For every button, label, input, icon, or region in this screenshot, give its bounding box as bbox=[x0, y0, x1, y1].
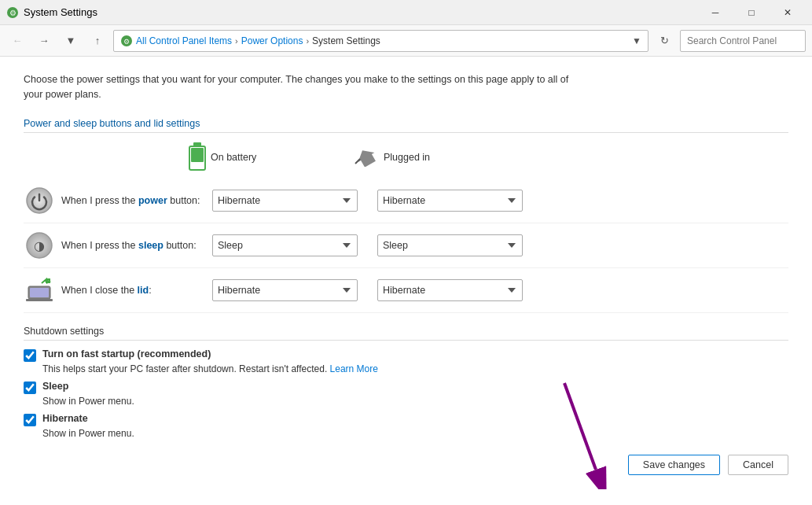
sleep-battery-dropdown[interactable]: Do nothing Sleep Hibernate Shut down Tur… bbox=[212, 234, 358, 256]
path-item-2: Power Options bbox=[241, 35, 303, 46]
lid-plugged-dropdown-wrapper: Do nothing Sleep Hibernate Shut down Tur… bbox=[377, 279, 535, 301]
plugged-in-label: Plugged in bbox=[384, 152, 430, 163]
sleep-shutdown-label: Sleep bbox=[42, 381, 68, 392]
sleep-button-row: ◑ When I press the sleep button: Do noth… bbox=[24, 223, 788, 268]
sleep-checkbox-row: Sleep Show in Power menu. bbox=[24, 381, 788, 407]
battery-icon bbox=[189, 142, 206, 172]
path-item-3: System Settings bbox=[312, 35, 380, 46]
svg-rect-14 bbox=[26, 299, 53, 301]
on-battery-header: On battery bbox=[189, 142, 346, 172]
buttons-row: Save changes Cancel bbox=[24, 447, 788, 483]
sleep-button-label: When I press the sleep button: bbox=[55, 240, 212, 251]
svg-marker-7 bbox=[355, 148, 379, 167]
power-button-row: When I press the power button: Do nothin… bbox=[24, 179, 788, 223]
lid-plugged-dropdown[interactable]: Do nothing Sleep Hibernate Shut down Tur… bbox=[377, 279, 523, 301]
lid-battery-dropdown-wrapper: Do nothing Sleep Hibernate Shut down Tur… bbox=[212, 279, 369, 301]
window-title: System Settings bbox=[24, 6, 97, 18]
back-button[interactable]: ← bbox=[6, 30, 28, 52]
svg-rect-6 bbox=[191, 148, 204, 162]
section-title-power: Power and sleep buttons and lid settings bbox=[24, 118, 788, 133]
window-controls: ─ □ ✕ bbox=[697, 0, 806, 25]
path-sep-2: › bbox=[306, 36, 309, 46]
hibernate-label: Hibernate bbox=[42, 413, 88, 424]
address-bar: ← → ▼ ↑ ⚙ All Control Panel Items › Powe… bbox=[0, 25, 812, 57]
intro-text: Choose the power settings that you want … bbox=[24, 72, 574, 102]
sleep-button-icon: ◑ bbox=[24, 230, 55, 261]
fast-startup-sub: This helps start your PC faster after sh… bbox=[24, 363, 788, 374]
sleep-battery-dropdown-wrapper: Do nothing Sleep Hibernate Shut down Tur… bbox=[212, 234, 369, 256]
power-plugged-dropdown[interactable]: Do nothing Sleep Hibernate Shut down Tur… bbox=[377, 190, 523, 212]
power-plugged-dropdown-wrapper: Do nothing Sleep Hibernate Shut down Tur… bbox=[377, 190, 535, 212]
fast-startup-row: Turn on fast startup (recommended) This … bbox=[24, 348, 788, 374]
plugged-in-header: Plugged in bbox=[354, 148, 511, 167]
learn-more-link[interactable]: Learn More bbox=[330, 363, 378, 374]
lid-battery-dropdown[interactable]: Do nothing Sleep Hibernate Shut down Tur… bbox=[212, 279, 358, 301]
path-dropdown-icon[interactable]: ▼ bbox=[632, 35, 641, 46]
main-content: Choose the power settings that you want … bbox=[0, 57, 812, 505]
power-button-icon bbox=[24, 185, 55, 216]
lid-label: When I close the lid: bbox=[55, 285, 212, 296]
path-sep-1: › bbox=[235, 36, 238, 46]
svg-text:⚙: ⚙ bbox=[123, 38, 130, 46]
svg-text:◑: ◑ bbox=[34, 239, 45, 252]
column-headers: On battery Plugged in bbox=[24, 142, 788, 172]
sleep-shutdown-checkbox[interactable] bbox=[24, 382, 36, 394]
search-input[interactable] bbox=[680, 30, 806, 52]
refresh-button[interactable]: ↻ bbox=[653, 30, 675, 52]
sleep-shutdown-sub: Show in Power menu. bbox=[24, 396, 788, 407]
hibernate-checkbox-row: Hibernate Show in Power menu. bbox=[24, 413, 788, 439]
power-button-label: When I press the power button: bbox=[55, 195, 212, 206]
lid-icon bbox=[24, 275, 55, 306]
path-icon: ⚙ bbox=[120, 35, 133, 47]
window-icon: ⚙ bbox=[6, 6, 19, 19]
on-battery-label: On battery bbox=[211, 152, 256, 163]
shutdown-section: Shutdown settings Turn on fast startup (… bbox=[24, 326, 788, 439]
path-item-1: All Control Panel Items bbox=[136, 35, 232, 46]
hibernate-checkbox[interactable] bbox=[24, 414, 36, 426]
svg-rect-13 bbox=[30, 288, 49, 297]
svg-text:⚙: ⚙ bbox=[9, 9, 17, 17]
up-button[interactable]: ↑ bbox=[86, 30, 108, 52]
forward-button[interactable]: → bbox=[33, 30, 55, 52]
sleep-plugged-dropdown[interactable]: Do nothing Sleep Hibernate Shut down Tur… bbox=[377, 234, 523, 256]
fast-startup-checkbox[interactable] bbox=[24, 349, 36, 362]
lid-row: When I close the lid: Do nothing Sleep H… bbox=[24, 268, 788, 313]
title-bar: ⚙ System Settings ─ □ ✕ bbox=[0, 0, 812, 25]
shutdown-title: Shutdown settings bbox=[24, 326, 788, 341]
dropdown-button[interactable]: ▼ bbox=[60, 30, 82, 52]
minimize-button[interactable]: ─ bbox=[697, 0, 733, 25]
maximize-button[interactable]: □ bbox=[733, 0, 770, 25]
power-battery-dropdown[interactable]: Do nothing Sleep Hibernate Shut down Tur… bbox=[212, 190, 358, 212]
cancel-button[interactable]: Cancel bbox=[728, 455, 788, 475]
plug-icon bbox=[354, 148, 379, 167]
save-changes-button[interactable]: Save changes bbox=[628, 455, 720, 475]
close-button[interactable]: ✕ bbox=[770, 0, 806, 25]
fast-startup-label: Turn on fast startup (recommended) bbox=[42, 348, 211, 359]
sleep-plugged-dropdown-wrapper: Do nothing Sleep Hibernate Shut down Tur… bbox=[377, 234, 535, 256]
address-path: ⚙ All Control Panel Items › Power Option… bbox=[113, 30, 648, 52]
hibernate-sub: Show in Power menu. bbox=[24, 428, 788, 439]
power-battery-dropdown-wrapper: Do nothing Sleep Hibernate Shut down Tur… bbox=[212, 190, 369, 212]
